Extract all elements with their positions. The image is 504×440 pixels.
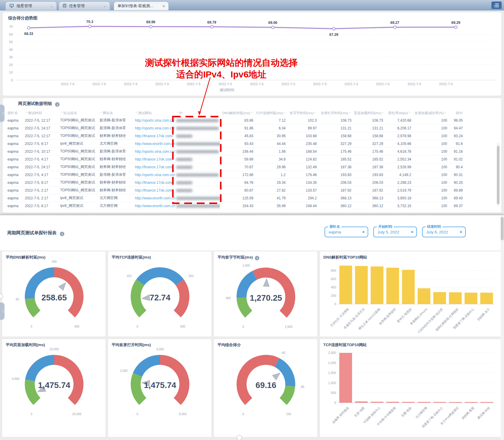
column-header[interactable]: 探针名 [6,109,24,117]
column-header[interactable]: ^测试网站 [134,109,175,117]
table-row[interactable]: eapma2022-7-5, 12:17TOP50网站_网页测试财界网-财界财经… [6,132,464,140]
column-header[interactable]: TCP连接时延(ms)^ [255,109,287,117]
collapse-handle-icon[interactable]: 《 [0,302,4,320]
sort-icon[interactable]: ^ [348,111,351,115]
column-header[interactable]: DNS解析时延(ms)^ [220,109,255,117]
info-icon[interactable]: i [55,102,60,107]
clear-filter-icon[interactable]: × [362,230,365,234]
table-row[interactable]: eapma2022-7-5, 12:17TOP50网站_网页测试新浪网-新浪体育… [6,117,464,124]
tab-single-probe-report[interactable]: 单探针报表-双栈测... × [114,1,169,10]
page-scrollbar-thumb[interactable] [501,217,504,240]
table-row[interactable]: eapma2022-7-5, 10:17TOP50网站_网页测试新浪网-新浪体育… [6,148,464,155]
info-icon[interactable]: i [60,232,64,236]
cell: 175.46 [318,148,353,155]
tab-label: 场景管理 [16,3,32,9]
svg-text:妈妈网-看图: 妈妈网-看图 [461,406,475,420]
table-row[interactable]: eapma2022-7-5, 8:17TOP50网站_网页测试财界网-财界财经h… [6,179,464,187]
info-icon[interactable]: i [255,256,259,260]
url-link[interactable]: http://sports.sina.com.cn/ [135,126,175,130]
url-link[interactable]: http://www.enorth.com.cn/ [135,204,175,208]
cell: 财界网-财界财经 [98,187,134,194]
clear-filter-icon[interactable]: × [460,230,462,234]
gauge-chart: 015035050072.74 [112,260,208,332]
svg-text:2022-7-5: 2022-7-5 [313,82,327,86]
svg-text:2,500: 2,500 [328,351,336,355]
start-date-filter[interactable]: 开始时间 July 5, 2022 × [373,227,417,237]
cell [175,124,220,132]
column-header[interactable]: 首屏打开时间(ms)^ [318,109,353,117]
tab-scene-management[interactable]: 场景管理 ⌄ [5,1,57,10]
cell: TOP50网站_网页测试 [59,163,98,171]
column-header[interactable]: 得分 [448,109,464,117]
gauge-chart: 02,0004,0008,0001,475.74 [112,348,208,420]
sort-icon[interactable]: ^ [250,111,253,115]
collapse-handle-icon[interactable]: 《 [0,105,4,122]
svg-text:2022-7-5: 2022-7-5 [92,82,106,86]
table-row[interactable]: eapma2022-7-5, 14:17TOP50网站_网页测试新浪网-新浪体育… [6,124,464,132]
column-header[interactable]: 吞吐率(kbps)^ [384,109,412,117]
table-row[interactable]: eapma2022-7-5, 4:17TOP50网站_网页测试新浪网-新浪体育h… [6,171,464,179]
svg-text:70.3: 70.3 [86,20,93,24]
svg-text:2022-7-5: 2022-7-5 [250,82,264,86]
url-link[interactable]: http://sports.sina.com.cn/ [135,149,175,154]
sort-icon[interactable]: ^ [100,111,103,115]
table-row[interactable]: eapma2022-7-5, 2:17TOP50网站_网页测试财界网-财界财经h… [6,187,464,194]
column-header[interactable]: 页面加载时间(ms)^ [353,109,384,117]
probe-name-filter[interactable]: 探针名 eapma × [325,227,368,237]
close-icon[interactable]: × [162,4,165,8]
sort-icon[interactable]: ^ [313,111,317,115]
sort-icon[interactable]: ^ [381,111,384,115]
cell: http://www.enorth.com.cn/ [134,194,175,202]
column-header[interactable]: 首屏加载成功率(%)^ [412,109,448,117]
column-header[interactable]: ^网站名 [98,109,134,117]
sort-icon[interactable]: ^ [444,111,447,115]
column-header[interactable]: ^IP [175,109,220,117]
end-date-filter[interactable]: 结束时间 July 6, 2022 × [422,227,466,237]
url-link[interactable]: http://finance.17ok.com/ [135,134,173,138]
table-row[interactable]: eapma2022-7-5, 6:17ipv6_网页测试北方网官网http://… [6,140,464,148]
cell: 89.43 [448,194,464,202]
sort-icon[interactable]: ^ [25,111,28,115]
menu-icon[interactable] [491,1,502,9]
svg-text:10,000: 10,000 [49,348,59,351]
cell: TOP50网站_网页测试 [59,155,98,163]
chevron-down-icon[interactable]: ⌄ [50,4,53,7]
cell: 96.05 [448,117,464,124]
web-test-table: 探针名^测试时间^站点组名^网站名^测试网站^IPDNS解析时延(ms)^TCP… [6,109,464,210]
url-link[interactable]: http://finance.17ok.com/ [135,181,173,185]
cell: 2,298.23 [384,179,412,187]
url-link[interactable]: http://sports.sina.com.cn/ [135,173,175,177]
sort-icon[interactable]: ^ [176,111,179,115]
sort-icon[interactable]: ^ [283,111,287,115]
report-card-grid: 平均DNS解析时延(ms) 060200400258.65 平均TCP连接时延(… [2,251,501,437]
cell: 108.73 [353,117,384,124]
table-row[interactable]: eapma2022-7-5, 8:17ipv6_网页测试北方网官网http://… [6,202,464,210]
chevron-down-icon[interactable]: ⌄ [103,4,106,7]
url-link[interactable]: http://finance.17ok.com/ [135,188,173,192]
sort-icon[interactable]: ^ [135,111,138,115]
cell: 财界网-财界财经 [98,132,134,140]
table-row[interactable]: eapma2022-7-5, 24:17TOP50网站_网页测试财界网-财界财经… [6,163,464,171]
table-row[interactable]: eapma2022-7-5, 4:17TOP50网站_网页测试财界网-财界财经h… [6,155,464,163]
clear-filter-icon[interactable]: × [411,230,413,234]
gauge-value: 1,475.74 [38,381,71,390]
column-header[interactable]: ^站点组名 [59,109,98,117]
cell: 27.82 [255,187,287,194]
url-link[interactable]: http://finance.17ok.com/ [135,157,173,161]
column-header[interactable]: ^测试时间 [24,109,59,117]
sort-icon[interactable]: ^ [60,111,63,115]
url-link[interactable]: http://www.enorth.com.cn/ [135,142,175,146]
cell: 175.46 [353,148,384,155]
sort-icon[interactable]: ^ [408,111,411,115]
url-link[interactable]: http://sports.sina.com.cn/ [135,118,175,123]
cell: 187.38 [353,163,384,171]
cell: 7.12 [255,117,287,124]
column-header[interactable]: 首字节时间(ms)^ [287,109,318,117]
url-link[interactable]: http://www.enorth.com.cn/ [135,196,175,200]
bar-chart: 0200400600800天涯社区-天涯博客卓越亚马逊-全球开店网址之家-hao… [323,260,497,335]
url-link[interactable]: http://finance.17ok.com/ [135,165,173,169]
table-scrollbar-thumb[interactable] [497,146,500,204]
table-row[interactable]: eapma2022-7-5, 2:17ipv6_网页测试北方网官网http://… [6,194,464,202]
tab-task-management[interactable]: 任务管理 ⌄ [59,1,110,10]
resize-handle[interactable] [237,435,242,440]
